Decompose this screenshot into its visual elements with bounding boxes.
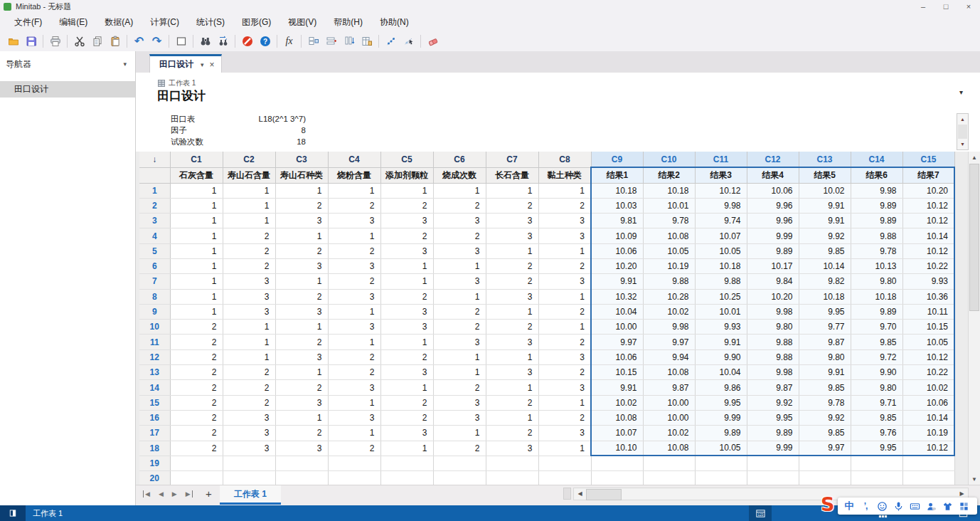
grid-cell[interactable]: 2 xyxy=(433,228,486,243)
grid-cell[interactable]: 3 xyxy=(275,214,328,228)
grid-cell[interactable]: 3 xyxy=(380,243,433,258)
grid-cell[interactable]: 2 xyxy=(486,258,538,273)
column-header-C14[interactable]: C14 xyxy=(851,152,902,167)
grid-cell[interactable]: 10.00 xyxy=(643,410,695,425)
grid-cell[interactable]: 1 xyxy=(170,183,223,198)
grid-cell[interactable]: 2 xyxy=(223,243,275,258)
voice-icon[interactable] xyxy=(893,500,904,512)
grid-cell[interactable]: 3 xyxy=(328,214,380,228)
grid-cell[interactable]: 3 xyxy=(486,335,538,349)
menu-item[interactable]: 数据(A) xyxy=(96,13,142,31)
grid-cell[interactable]: 9.90 xyxy=(695,349,747,364)
grid-cell[interactable]: 1 xyxy=(328,228,380,243)
grid-cell[interactable]: 9.77 xyxy=(799,320,851,335)
new-window-icon[interactable] xyxy=(172,33,190,50)
insert-rows-icon[interactable] xyxy=(322,33,340,50)
grid-cell[interactable]: 10.19 xyxy=(902,426,954,441)
grid-cell[interactable]: 9.93 xyxy=(695,320,747,335)
grid-cell[interactable]: 3 xyxy=(486,214,538,228)
grid-cell[interactable]: 10.12 xyxy=(902,243,954,258)
grid-cell[interactable]: 9.84 xyxy=(747,274,799,289)
toolbox-icon[interactable] xyxy=(958,500,969,512)
grid-cell[interactable] xyxy=(747,471,799,485)
row-number[interactable]: 9 xyxy=(139,304,170,319)
grid-cell[interactable]: 9.89 xyxy=(851,198,902,213)
grid-cell[interactable]: 1 xyxy=(433,365,486,380)
select-points-icon[interactable] xyxy=(400,33,417,50)
grid-cell[interactable]: 2 xyxy=(486,395,538,410)
grid-cell[interactable] xyxy=(851,456,902,470)
row-number[interactable]: 19 xyxy=(139,456,170,470)
grid-cell[interactable]: 10.36 xyxy=(902,289,954,304)
column-name-C6[interactable]: 烧成次数 xyxy=(433,167,486,183)
tab-close-icon[interactable]: × xyxy=(210,60,215,70)
grid-cell[interactable]: 9.85 xyxy=(799,380,851,395)
grid-cell[interactable]: 9.91 xyxy=(591,274,643,289)
save-file-icon[interactable] xyxy=(22,33,40,50)
grid-cell[interactable]: 9.78 xyxy=(851,243,902,258)
column-header-C5[interactable]: C5 xyxy=(380,152,433,167)
grid-cell[interactable]: 10.08 xyxy=(643,441,695,456)
grid-cell[interactable]: 1 xyxy=(223,335,275,349)
find-replace-icon[interactable] xyxy=(214,33,232,50)
grid-cell[interactable]: 2 xyxy=(328,365,380,380)
grid-cell[interactable]: 1 xyxy=(275,365,328,380)
grid-cell[interactable]: 1 xyxy=(433,349,486,364)
cut-icon[interactable] xyxy=(70,33,88,50)
redo-icon[interactable]: ↷ xyxy=(148,33,166,50)
grid-cell[interactable]: 3 xyxy=(223,426,275,441)
row-number[interactable]: 8 xyxy=(139,289,170,304)
grid-cell[interactable]: 9.88 xyxy=(643,274,695,289)
column-name-C7[interactable]: 长石含量 xyxy=(486,167,538,183)
grid-cell[interactable]: 3 xyxy=(223,410,275,425)
grid-cell[interactable]: 1 xyxy=(486,304,538,319)
grid-cell[interactable]: 10.04 xyxy=(591,304,643,319)
keyboard-icon[interactable] xyxy=(909,500,920,512)
grid-cell[interactable]: 1 xyxy=(486,380,538,395)
grid-cell[interactable]: 2 xyxy=(433,380,486,395)
grid-cell[interactable]: 2 xyxy=(433,320,486,335)
row-number[interactable]: 18 xyxy=(139,441,170,456)
grid-cell[interactable]: 3 xyxy=(328,410,380,425)
grid-cell[interactable]: 10.12 xyxy=(902,349,954,364)
grid-cell[interactable]: 9.80 xyxy=(747,320,799,335)
grid-cell[interactable]: 9.91 xyxy=(799,214,851,228)
grid-cell[interactable]: 2 xyxy=(538,198,591,213)
erase-icon[interactable] xyxy=(424,33,442,50)
grid-cell[interactable]: 2 xyxy=(275,426,328,441)
grid-cell[interactable]: 3 xyxy=(433,214,486,228)
grid-cell[interactable]: 1 xyxy=(538,183,591,198)
column-name-C3[interactable]: 寿山石种类 xyxy=(275,167,328,183)
grid-cell[interactable]: 1 xyxy=(223,183,275,198)
grid-cell[interactable]: 1 xyxy=(328,183,380,198)
grid-cell[interactable]: 1 xyxy=(170,198,223,213)
sogou-logo-icon[interactable]: S xyxy=(821,493,834,515)
grid-cell[interactable]: 9.71 xyxy=(851,395,902,410)
grid-cell[interactable]: 1 xyxy=(223,320,275,335)
column-name-C14[interactable]: 结果6 xyxy=(851,167,902,183)
grid-cell[interactable]: 10.14 xyxy=(902,410,954,425)
grid-cell[interactable]: 1 xyxy=(275,274,328,289)
grid-cell[interactable]: 1 xyxy=(223,198,275,213)
grid-cell[interactable]: 1 xyxy=(328,335,380,349)
grid-cell[interactable]: 10.12 xyxy=(902,214,954,228)
grid-cell[interactable]: 1 xyxy=(328,304,380,319)
grid-cell[interactable]: 2 xyxy=(380,289,433,304)
grid-cell[interactable]: 10.08 xyxy=(643,365,695,380)
emoji-icon[interactable] xyxy=(876,500,888,512)
grid-cell[interactable]: 1 xyxy=(223,349,275,364)
grid-cell[interactable]: 9.89 xyxy=(695,426,747,441)
grid-cell[interactable]: 9.98 xyxy=(643,320,695,335)
scroll-up-icon[interactable]: ▲ xyxy=(969,152,980,164)
grid-cell[interactable]: 9.98 xyxy=(695,198,747,213)
grid-cell[interactable]: 2 xyxy=(170,410,223,425)
grid-cell[interactable]: 10.00 xyxy=(643,395,695,410)
grid-cell[interactable]: 10.06 xyxy=(747,183,799,198)
grid-cell[interactable] xyxy=(747,456,799,470)
grid-cell[interactable]: 2 xyxy=(275,198,328,213)
grid-cell[interactable]: 10.05 xyxy=(695,441,747,456)
menu-item[interactable]: 统计(S) xyxy=(188,13,233,31)
undo-icon[interactable]: ↶ xyxy=(130,33,148,50)
vertical-scrollbar[interactable]: ▲ ▼ xyxy=(968,152,980,485)
minimize-button[interactable]: – xyxy=(912,0,934,13)
